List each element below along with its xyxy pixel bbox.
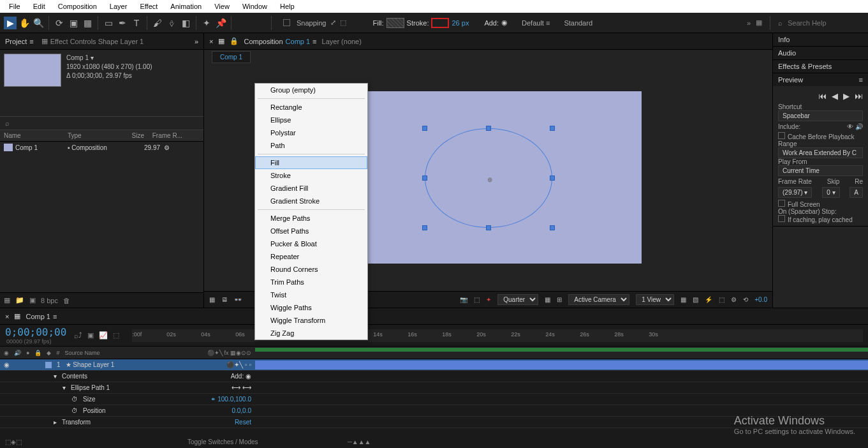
interpret-icon[interactable]: ▦ — [4, 296, 10, 304]
lock-column-icon[interactable]: 🔒 — [34, 350, 41, 356]
mb-icon[interactable]: ⬚ — [113, 331, 119, 340]
search-input[interactable] — [788, 19, 864, 27]
fullscreen-checkbox[interactable] — [778, 200, 785, 207]
shy-icon[interactable]: ⤴ — [78, 331, 82, 340]
panel-audio[interactable]: Audio — [773, 47, 868, 59]
menu-layer[interactable]: Layer — [103, 3, 134, 10]
anchor-point-icon[interactable]: ⊕ — [486, 175, 494, 183]
layer-ellipse-row[interactable]: ▾ Ellipse Path 1⟷ ⟷ — [0, 382, 868, 394]
handle-tr[interactable] — [550, 126, 555, 131]
pen-tool-icon[interactable]: ✒ — [116, 17, 129, 29]
timeline-search-icon[interactable]: ⌕ — [74, 332, 78, 340]
ctx-item-ellipse[interactable]: Ellipse — [255, 114, 367, 126]
playfrom-value[interactable]: Current Time — [778, 165, 863, 176]
selection-tool-icon[interactable]: ▶ — [4, 17, 17, 29]
menu-window[interactable]: Window — [236, 3, 274, 10]
prev-frame-icon[interactable]: ◀ — [832, 91, 838, 101]
time-ruler[interactable]: :00f02s04s06s08s10s12s14s16s18s20s22s24s… — [132, 329, 863, 342]
panel-overflow-icon[interactable]: » — [195, 38, 198, 45]
ctx-item-wiggle-paths[interactable]: Wiggle Paths — [255, 301, 367, 314]
eraser-tool-icon[interactable]: ◧ — [179, 17, 192, 29]
last-frame-icon[interactable]: ⏭ — [855, 91, 863, 101]
color-mgmt-icon[interactable]: ✦ — [486, 296, 491, 303]
handle-br[interactable] — [550, 225, 555, 230]
handle-tc[interactable] — [486, 126, 491, 131]
add-menu-icon[interactable]: ◉ — [501, 19, 508, 27]
pan-behind-tool-icon[interactable]: ▦ — [81, 17, 94, 29]
handle-ml[interactable] — [422, 175, 427, 181]
skip-value[interactable]: 0 ▾ — [822, 187, 839, 198]
folder-icon[interactable]: 📁 — [15, 296, 24, 304]
panel-preview[interactable]: Preview≡ — [773, 73, 868, 86]
exposure-value[interactable]: +0.0 — [754, 296, 767, 303]
asset-row-comp1[interactable]: Comp 1 ▪ Composition 29.97 ⚙ — [0, 142, 203, 153]
snap-box-icon[interactable]: ⬚ — [340, 19, 346, 27]
snapshot-icon[interactable]: 📷 — [460, 296, 467, 303]
rectangle-tool-icon[interactable]: ▭ — [102, 17, 115, 29]
framerate-value[interactable]: (29.97) ▾ — [778, 187, 812, 198]
ctx-item-path[interactable]: Path — [255, 139, 367, 152]
glasses-icon[interactable]: 👓 — [234, 296, 242, 303]
ctx-item-gradient-stroke[interactable]: Gradient Stroke — [255, 195, 367, 207]
roi-icon[interactable]: ▦ — [545, 296, 550, 303]
graph-icon[interactable]: 📈 — [99, 331, 108, 340]
ctx-item-gradient-fill[interactable]: Gradient Fill — [255, 182, 367, 195]
timeline-icon[interactable]: ⬚ — [719, 296, 725, 303]
roto-tool-icon[interactable]: ✦ — [200, 17, 213, 29]
zoom-in-icon[interactable]: ▲▲ — [358, 438, 371, 445]
solo-column-icon[interactable]: ● — [26, 350, 29, 356]
handle-tl[interactable] — [422, 126, 427, 131]
timeline-close-icon[interactable]: × — [5, 313, 9, 320]
clone-tool-icon[interactable]: ⎀ — [165, 17, 178, 29]
first-frame-icon[interactable]: ⏮ — [818, 91, 827, 101]
lock-icon[interactable]: 🔒 — [230, 37, 239, 45]
ctx-item-pucker-bloat[interactable]: Pucker & Bloat — [255, 237, 367, 250]
audio-column-icon[interactable]: 🔊 — [14, 350, 21, 356]
rotation-tool-icon[interactable]: ⟳ — [53, 17, 66, 29]
handle-mr[interactable] — [550, 175, 555, 181]
layer-label-color[interactable] — [45, 362, 52, 368]
ctx-item-merge-paths[interactable]: Merge Paths — [255, 212, 367, 225]
shy-btn-icon[interactable]: ⬚ — [5, 438, 11, 445]
shortcut-value[interactable]: Spacebar — [778, 110, 863, 121]
menu-view[interactable]: View — [208, 3, 236, 10]
brush-tool-icon[interactable]: 🖌 — [151, 17, 164, 29]
menu-animation[interactable]: Animation — [164, 3, 208, 10]
view-dropdown[interactable]: 1 View — [636, 294, 674, 305]
layer-row-shape1[interactable]: ◉ 1 ★ Shape Layer 1 ⚫✦╲ ▫ ▫ — [0, 359, 868, 371]
caching-checkbox[interactable] — [778, 215, 785, 222]
canvas[interactable]: ⊕ — [335, 91, 642, 264]
menu-effect[interactable]: Effect — [133, 3, 164, 10]
panel-info[interactable]: Info — [773, 33, 868, 46]
comp-subtab[interactable]: Comp 1 — [212, 51, 251, 63]
camera-tool-icon[interactable]: ▣ — [67, 17, 80, 29]
new-comp-icon[interactable]: ▣ — [29, 296, 36, 304]
tab-composition[interactable]: Composition Comp 1 ≡ — [244, 38, 316, 45]
magnification-icon[interactable]: ▦ — [209, 296, 215, 303]
close-tab-icon[interactable]: × — [209, 38, 213, 45]
layer-duration-bar[interactable] — [255, 361, 868, 370]
ctx-item-polystar[interactable]: Polystar — [255, 126, 367, 139]
ctx-item-stroke[interactable]: Stroke — [255, 169, 367, 182]
workspace-default[interactable]: Default ≡ — [522, 19, 550, 27]
work-area-bar[interactable] — [255, 348, 868, 352]
tab-project[interactable]: Project ≡ — [5, 38, 34, 45]
layer-size-row[interactable]: ⏱ Size⚭ 100.0,100.0 — [0, 394, 868, 405]
toggle-switches-button[interactable]: Toggle Switches / Modes — [188, 438, 258, 445]
snapping-checkbox[interactable] — [283, 19, 290, 26]
zoom-tool-icon[interactable]: 🔍 — [32, 17, 45, 29]
handle-bl[interactable] — [422, 225, 427, 230]
fill-swatch[interactable] — [386, 18, 404, 28]
puppet-tool-icon[interactable]: 📌 — [214, 17, 227, 29]
exposure-reset-icon[interactable]: ⟲ — [743, 296, 748, 303]
project-search[interactable]: ⌕ — [0, 116, 203, 130]
menu-help[interactable]: Help — [274, 3, 301, 10]
range-value[interactable]: Work Area Extended By C — [778, 147, 863, 158]
ctx-item-zig-zag[interactable]: Zig Zag — [255, 327, 367, 340]
ctx-item-group-empty-[interactable]: Group (empty) — [255, 84, 367, 96]
bpc-button[interactable]: 8 bpc — [41, 297, 58, 304]
display-icon[interactable]: 🖥 — [221, 296, 228, 303]
expand-icon[interactable]: » — [747, 19, 751, 27]
include-audio-icon[interactable]: 🔊 — [855, 123, 863, 130]
handle-bc[interactable] — [486, 225, 491, 230]
